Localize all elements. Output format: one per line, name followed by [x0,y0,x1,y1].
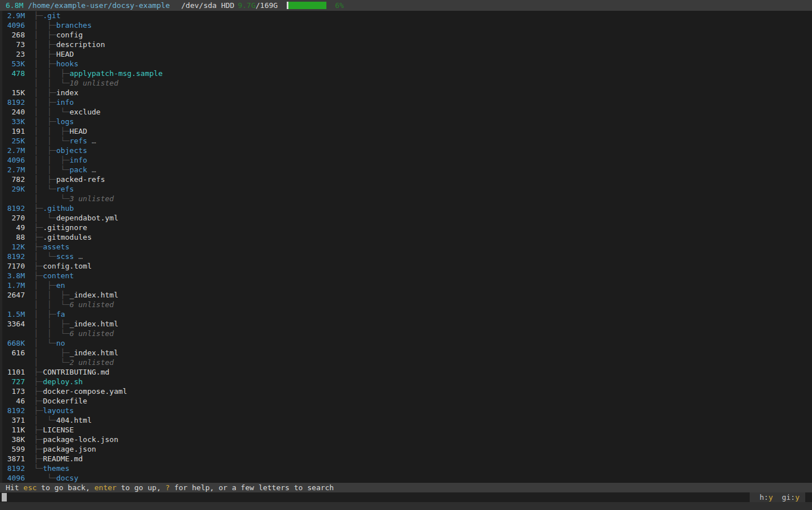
tree-row[interactable]: 727├─deploy.sh [2,377,812,386]
tree-row[interactable]: 599├─package.json [2,444,812,454]
file-name[interactable]: Dockerfile [43,396,87,406]
file-name[interactable]: description [56,40,105,49]
directory-name[interactable]: en [56,280,65,290]
directory-name[interactable]: pack [70,165,87,175]
tree-row[interactable]: 8192├─.github [2,203,812,213]
tree-row[interactable]: 15K│ ├─index [2,88,812,97]
current-path[interactable]: /home/example-user/docsy-example [28,0,169,11]
tree-branch-lines: │ └─ [34,194,70,203]
tree-row[interactable]: 668K│ └─no [2,338,812,348]
file-name[interactable]: CONTRIBUTING.md [43,367,109,377]
directory-name[interactable]: .github [43,203,74,213]
directory-name[interactable]: .git [43,11,61,20]
tree-row[interactable]: 616│ ├─_index.html [2,348,812,358]
directory-name[interactable]: hooks [56,59,78,69]
tree-row[interactable]: 8192└─themes [2,464,812,473]
tree-row[interactable]: 3.8M├─content [2,271,812,280]
file-name[interactable]: config.toml [43,261,92,271]
tree-row[interactable]: 1.5M│ ├─fa [2,309,812,319]
tree-row[interactable]: 88├─.gitmodules [2,232,812,242]
tree-row[interactable]: 2.9M├─.git [2,11,812,20]
directory-name[interactable]: content [43,271,74,280]
tree-row[interactable]: 1.7M│ ├─en [2,280,812,290]
file-name[interactable]: _index.html [70,290,118,300]
tree-row[interactable]: 23│ ├─HEAD [2,49,812,59]
file-name[interactable]: HEAD [70,126,87,136]
file-name[interactable]: index [56,88,78,97]
tree-row[interactable]: 25K│ │ └─refs … [2,136,812,146]
disk-usage-bar-fill [288,2,326,9]
tree-row[interactable]: 268│ ├─config [2,30,812,40]
file-name[interactable]: packed-refs [56,175,105,184]
tree-row[interactable]: 29K│ └─refs [2,184,812,194]
tree-row[interactable]: 4096│ ├─branches [2,20,812,30]
tree-row[interactable]: 1101├─CONTRIBUTING.md [2,367,812,377]
tree-branch-lines: ├─ [34,454,43,464]
directory-name[interactable]: info [70,155,87,165]
directory-name[interactable]: refs [70,136,87,146]
file-size [2,194,25,203]
tree-row[interactable]: 12K├─assets [2,242,812,252]
file-name[interactable]: config [56,30,83,40]
tree-row[interactable]: 173├─docker-compose.yaml [2,386,812,396]
tree-row[interactable]: 49├─.gitignore [2,223,812,232]
disk-used: 9.7G [238,0,256,11]
tree-branch-lines: └─ [34,473,56,483]
file-name[interactable]: HEAD [56,49,74,59]
directory-name[interactable]: assets [43,242,70,252]
file-name[interactable]: package.json [43,444,96,454]
file-name[interactable]: applypatch-msg.sample [70,69,163,78]
truncated-ellipsis: … [74,252,83,261]
file-name[interactable]: docker-compose.yaml [43,386,127,396]
tree-row[interactable]: 33K│ ├─logs [2,117,812,126]
directory-name[interactable]: layouts [43,406,74,415]
directory-name[interactable]: fa [56,309,65,319]
tree-row[interactable]: 7170├─config.toml [2,261,812,271]
tree-row[interactable]: 240│ │ └─exclude [2,107,812,117]
file-name[interactable]: _index.html [70,319,118,329]
tree-row[interactable]: 3364│ │ ├─_index.html [2,319,812,329]
tree-row[interactable]: 270│ └─dependabot.yml [2,213,812,223]
file-name[interactable]: LICENSE [43,425,74,435]
directory-name[interactable]: scss [56,252,74,261]
file-name[interactable]: deploy.sh [43,377,83,386]
file-name[interactable]: exclude [70,107,101,117]
tree-row[interactable]: 4096│ │ ├─info [2,155,812,165]
directory-name[interactable]: themes [43,464,70,473]
file-name[interactable]: README.md [43,454,83,464]
tree-row[interactable]: 191│ │ ├─HEAD [2,126,812,136]
tree-row[interactable]: 4096 └─docsy [2,473,812,483]
hint-text: Hit [6,483,23,492]
directory-name[interactable]: objects [56,146,87,155]
tree-row[interactable]: 478│ │ ├─applypatch-msg.sample [2,69,812,78]
file-name[interactable]: package-lock.json [43,435,118,444]
tree-row[interactable]: 2.7M│ ├─objects [2,146,812,155]
disk-usage-percent: 6% [335,0,344,11]
tree-row[interactable]: 8192│ └─scss … [2,252,812,261]
directory-name[interactable]: branches [56,20,92,30]
tree-row[interactable]: 73│ ├─description [2,40,812,49]
directory-name[interactable]: refs [56,184,74,194]
directory-name[interactable]: docsy [56,473,78,483]
tree-row[interactable]: 53K│ ├─hooks [2,59,812,69]
tree-row[interactable]: 8192│ ├─info [2,97,812,107]
file-name[interactable]: .gitmodules [43,232,92,242]
tree-row[interactable]: 2647│ │ ├─_index.html [2,290,812,300]
search-input[interactable]: h:y gi:y [0,492,812,502]
file-name[interactable]: 404.html [56,415,92,425]
tree-row[interactable]: 2.7M│ │ └─pack … [2,165,812,175]
file-name[interactable]: .gitignore [43,223,87,232]
tree-row[interactable]: 782│ ├─packed-refs [2,175,812,184]
directory-name[interactable]: logs [56,117,74,126]
tree-row[interactable]: 38K├─package-lock.json [2,435,812,444]
file-name[interactable]: _index.html [70,348,118,358]
tree-row[interactable]: 3871├─README.md [2,454,812,464]
directory-name[interactable]: no [56,338,65,348]
file-size: 4096 [2,155,25,165]
tree-row[interactable]: 371│ └─404.html [2,415,812,425]
tree-row[interactable]: 46├─Dockerfile [2,396,812,406]
tree-row[interactable]: 11K├─LICENSE [2,425,812,435]
directory-name[interactable]: info [56,97,74,107]
file-name[interactable]: dependabot.yml [56,213,118,223]
tree-row[interactable]: 8192├─layouts [2,406,812,415]
